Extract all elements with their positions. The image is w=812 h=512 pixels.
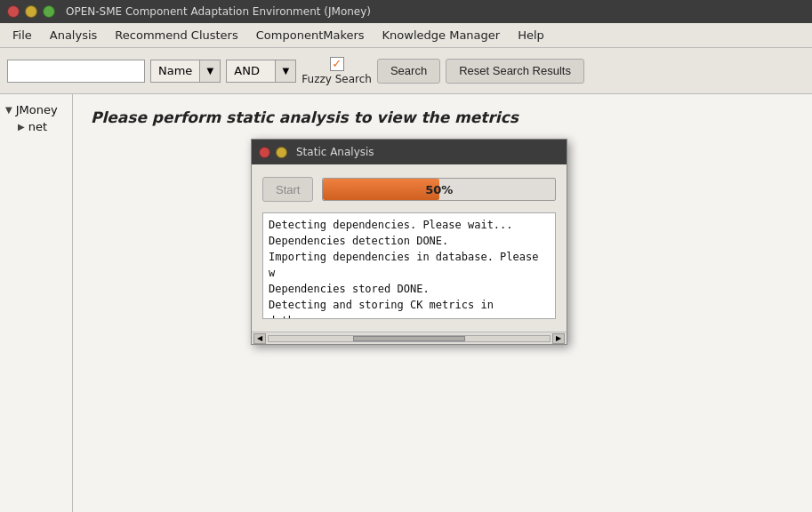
start-button[interactable]: Start <box>262 177 313 202</box>
and-dropdown[interactable]: AND ▼ <box>226 60 296 83</box>
main-area: ▼ JMoney ▶ net Please perform static ana… <box>0 94 812 512</box>
fuzzy-label: Fuzzy Search <box>301 73 372 85</box>
fuzzy-search-section: Fuzzy Search <box>301 57 372 85</box>
dialog-scrollbar[interactable]: ◀ ▶ <box>252 332 567 344</box>
and-dropdown-arrow[interactable]: ▼ <box>276 60 295 82</box>
fuzzy-checkbox[interactable] <box>330 57 344 71</box>
tree-label-net: net <box>28 120 47 133</box>
scroll-right-arrow[interactable]: ▶ <box>552 333 565 344</box>
dialog-close-btn[interactable] <box>259 147 270 158</box>
maximize-btn[interactable] <box>43 5 55 18</box>
menu-file[interactable]: File <box>4 25 41 45</box>
tree-label-jmoney: JMoney <box>16 103 58 116</box>
content-area: Please perform static analysis to view t… <box>73 94 812 512</box>
dialog-title-text: Static Analysis <box>296 146 374 158</box>
search-button[interactable]: Search <box>377 59 440 84</box>
main-message: Please perform static analysis to view t… <box>91 108 794 126</box>
log-line-4: Dependencies stored DONE. <box>269 281 550 297</box>
menu-help[interactable]: Help <box>509 25 553 45</box>
sidebar-item-jmoney[interactable]: ▼ JMoney <box>4 101 68 118</box>
log-line-3: Importing dependencies in database. Plea… <box>269 249 550 281</box>
static-analysis-dialog: Static Analysis Start 50% Detecting depe… <box>251 139 567 345</box>
progress-row: Start 50% <box>262 177 556 202</box>
menu-analysis[interactable]: Analysis <box>41 25 107 45</box>
dialog-title-bar: Static Analysis <box>252 140 567 164</box>
progress-bar-container: 50% <box>322 178 556 201</box>
log-area[interactable]: Detecting dependencies. Please wait... D… <box>262 212 556 319</box>
menu-recommend-clusters[interactable]: Recommend Clusters <box>106 25 246 45</box>
name-dropdown-label: Name <box>151 60 200 82</box>
scroll-thumb[interactable] <box>353 336 465 341</box>
window-title: OPEN-SME Component Adaptation Environmen… <box>66 5 371 18</box>
sidebar-item-net[interactable]: ▶ net <box>4 118 68 135</box>
scroll-left-arrow[interactable]: ◀ <box>253 333 266 344</box>
name-dropdown-arrow[interactable]: ▼ <box>200 60 220 82</box>
name-dropdown[interactable]: Name ▼ <box>150 60 221 83</box>
toolbar: Name ▼ AND ▼ Fuzzy Search Search Reset S… <box>0 48 812 94</box>
minimize-btn[interactable] <box>25 5 37 18</box>
sidebar: ▼ JMoney ▶ net <box>0 94 73 512</box>
close-btn[interactable] <box>7 5 20 18</box>
tree-arrow-net: ▶ <box>18 122 25 132</box>
reset-button[interactable]: Reset Search Results <box>446 59 584 84</box>
log-line-1: Detecting dependencies. Please wait... <box>269 217 550 233</box>
menu-component-makers[interactable]: ComponentMakers <box>247 25 374 45</box>
menu-bar: File Analysis Recommend Clusters Compone… <box>0 23 812 48</box>
tree-arrow-jmoney: ▼ <box>5 105 12 115</box>
dialog-body: Start 50% Detecting dependencies. Please… <box>252 164 567 332</box>
and-dropdown-label: AND <box>227 60 276 82</box>
fuzzy-checkbox-wrapper[interactable] <box>330 57 344 71</box>
log-line-2: Dependencies detection DONE. <box>269 233 550 249</box>
menu-knowledge-manager[interactable]: Knowledge Manager <box>374 25 510 45</box>
dialog-min-btn[interactable] <box>276 147 287 158</box>
title-bar: OPEN-SME Component Adaptation Environmen… <box>0 0 812 23</box>
log-line-5: Detecting and storing CK metrics in datb… <box>269 297 550 319</box>
scroll-track[interactable] <box>268 335 551 342</box>
search-input[interactable] <box>7 60 145 83</box>
progress-text: 50% <box>323 179 555 200</box>
